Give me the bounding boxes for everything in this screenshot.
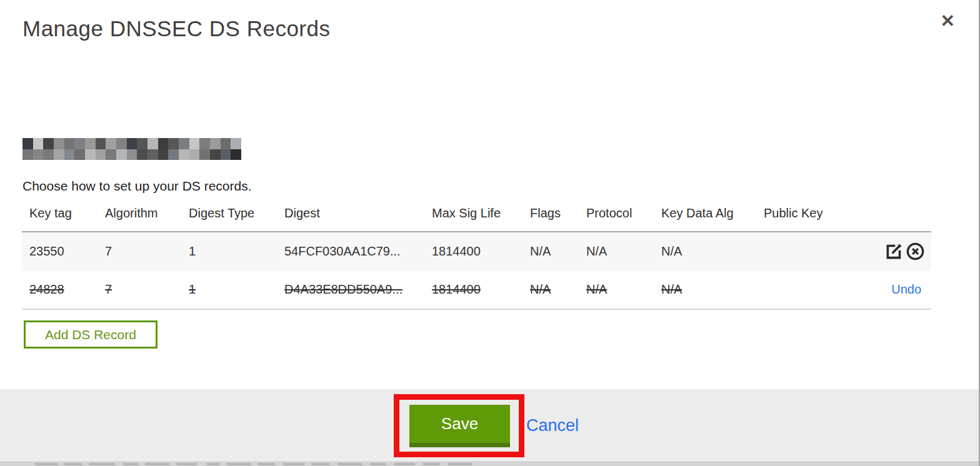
cell-key-data-alg: N/A: [654, 270, 756, 309]
column-header: Digest: [277, 206, 424, 232]
column-header: Key Data Alg: [654, 206, 756, 232]
cell-max-sig-life: 1814400: [424, 270, 522, 309]
column-header: Max Sig Life: [424, 206, 522, 232]
cell-digest: 54FCF030AA1C79...: [277, 232, 424, 270]
column-header: Key tag: [22, 206, 98, 232]
cell-public-key: [756, 270, 859, 309]
column-header-actions: [859, 206, 931, 232]
cell-flags: N/A: [522, 232, 579, 270]
cell-key-tag: 24828: [22, 270, 98, 309]
cell-digest-type: 1: [181, 270, 277, 309]
modal-footer: Save Cancel: [0, 389, 980, 460]
redacted-domain-name: [22, 138, 241, 160]
cell-protocol: N/A: [579, 270, 654, 309]
ds-record-row: 235507154FCF030AA1C79...1814400N/AN/AN/A: [22, 232, 931, 270]
edit-record-icon[interactable]: [884, 242, 904, 261]
cell-algorithm: 7: [98, 232, 181, 270]
modal-title: Manage DNSSEC DS Records: [22, 16, 330, 41]
table-header: Key tagAlgorithmDigest TypeDigestMax Sig…: [22, 206, 931, 232]
cell-public-key: [756, 232, 859, 270]
column-header: Digest Type: [181, 206, 277, 232]
cell-digest-type: 1: [181, 232, 277, 270]
cell-algorithm: 7: [98, 270, 181, 309]
save-button[interactable]: Save: [409, 405, 510, 447]
add-ds-record-button[interactable]: Add DS Record: [24, 320, 158, 349]
cell-max-sig-life: 1814400: [424, 232, 522, 270]
page-behind-modal: [0, 460, 980, 466]
cell-flags: N/A: [522, 270, 579, 309]
cell-digest: D4A33E8DD550A9...: [277, 270, 424, 309]
cancel-link[interactable]: Cancel: [526, 416, 579, 435]
dnssec-modal: Manage DNSSEC DS Records ✕ Choose how to…: [0, 0, 980, 389]
column-header: Flags: [522, 206, 579, 232]
column-header: Protocol: [579, 206, 654, 232]
cell-key-tag: 23550: [22, 232, 98, 270]
cell-actions: [859, 232, 931, 270]
ds-record-row: 2482871D4A33E8DD550A9...1814400N/AN/AN/A…: [22, 270, 931, 309]
undo-link[interactable]: Undo: [891, 282, 925, 296]
instruction-text: Choose how to set up your DS records.: [22, 179, 252, 194]
cell-key-data-alg: N/A: [654, 232, 756, 270]
cell-actions: Undo: [859, 270, 931, 309]
close-icon[interactable]: ✕: [941, 12, 955, 30]
ds-records-table: Key tagAlgorithmDigest TypeDigestMax Sig…: [22, 206, 931, 310]
column-header: Algorithm: [98, 206, 181, 232]
column-header: Public Key: [756, 206, 859, 232]
delete-record-icon[interactable]: [906, 242, 925, 261]
cell-protocol: N/A: [579, 232, 654, 270]
